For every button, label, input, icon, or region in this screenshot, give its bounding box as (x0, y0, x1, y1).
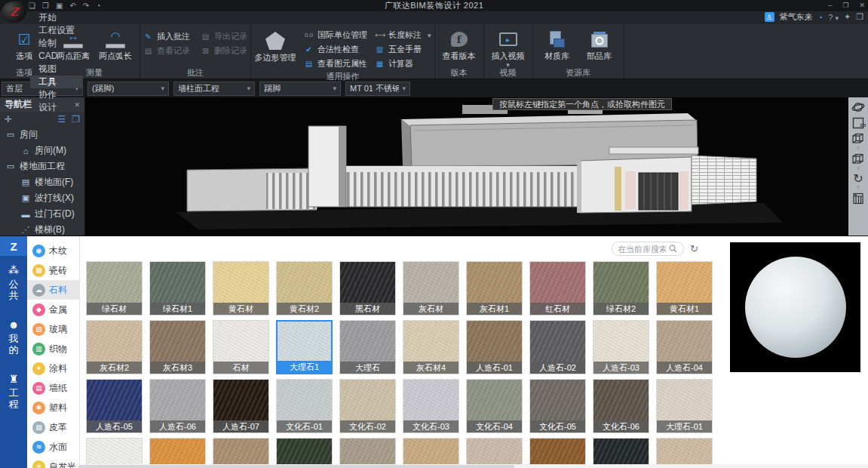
3d-viewport[interactable]: 按鼠标左键指定第一个角点，或拾取构件图元 (85, 97, 848, 236)
navigator-node[interactable]: ▭ 楼地面工程 (0, 159, 84, 174)
menu-tab[interactable]: 绘制 (30, 37, 83, 50)
menu-tab[interactable]: 协作 (30, 88, 83, 101)
user-name[interactable]: 紫气东来 (780, 11, 813, 23)
material-swatch[interactable] (529, 438, 586, 468)
category-item[interactable]: ◉ 木纹 (27, 241, 79, 260)
library-search[interactable] (612, 242, 684, 256)
material-swatch[interactable]: 黄石材1 (656, 261, 713, 316)
material-library-button[interactable]: 材质库 (536, 26, 578, 62)
new-file-icon[interactable]: ❏ (29, 0, 35, 11)
open-file-icon[interactable]: ❒ (42, 0, 49, 11)
minimize-button[interactable]: – (828, 0, 832, 11)
material-swatch[interactable] (466, 438, 523, 468)
menu-tab[interactable]: 工程设置 (30, 24, 83, 37)
sync-icon[interactable]: ◔ (96, 0, 100, 11)
material-swatch[interactable]: 灰石材2 (86, 320, 143, 374)
material-swatch[interactable]: 灰石材 (403, 261, 459, 316)
material-swatch[interactable] (86, 438, 143, 468)
category-item[interactable]: ▥ 织物 (27, 339, 79, 359)
restore-button[interactable]: ❐ (842, 0, 848, 11)
element-select[interactable]: 踢脚▾ (259, 82, 341, 96)
navigator-node[interactable]: ▣ 波打线(X) (0, 190, 84, 206)
material-swatch[interactable]: 人造石-07 (213, 379, 269, 433)
material-swatch[interactable]: 灰石材1 (466, 261, 523, 316)
category-item[interactable]: ✱ 塑料 (27, 398, 79, 417)
material-swatch[interactable]: 人造石-06 (149, 379, 206, 433)
delete-record-button[interactable]: ⊠ 删除记录 (201, 44, 247, 58)
material-swatch[interactable]: 黑石材 (339, 261, 396, 316)
2d-view-button[interactable]: 2D (850, 116, 866, 130)
material-swatch[interactable] (213, 438, 269, 468)
material-swatch[interactable] (276, 438, 333, 468)
3d-view-button[interactable]: ▾ (850, 132, 866, 150)
material-swatch[interactable]: 人造石-03 (593, 320, 649, 374)
polygon-manage-button[interactable]: 多边形管理 (254, 28, 296, 71)
material-swatch[interactable] (339, 438, 396, 468)
view-record-button[interactable]: ▤ 查看记录 (143, 44, 190, 58)
category-item[interactable]: ◆ 金属 (27, 300, 79, 319)
menu-tab[interactable]: 视图 (30, 63, 83, 75)
material-swatch[interactable]: 灰石材4 (403, 320, 459, 374)
material-swatch[interactable]: 人造石-01 (466, 320, 523, 374)
insert-annotation-button[interactable]: ✎ 插入批注 (143, 29, 190, 44)
material-swatch[interactable]: 大理石-01 (656, 379, 713, 433)
unit-manage-button[interactable]: 0.0 国际单位管理 (304, 28, 367, 42)
calculator-button[interactable]: ▦ 计算器 (375, 57, 431, 71)
message-icon[interactable]: ◔ (818, 13, 824, 22)
navigator-node[interactable]: ▬ 过门石(D) (0, 206, 84, 222)
navigator-node[interactable]: ▭ 房间 (0, 127, 84, 143)
material-swatch[interactable] (403, 438, 459, 468)
hardware-handbook-button[interactable]: ▥ 五金手册 (375, 42, 431, 57)
material-select[interactable]: MT 01 不锈钢踢▾ (345, 82, 410, 96)
redo-icon[interactable]: ↷ (83, 0, 89, 11)
close-button[interactable]: ✕ (859, 0, 865, 11)
material-swatch[interactable] (149, 438, 206, 468)
legality-check-button[interactable]: ✔ 合法性检查 (304, 42, 367, 57)
refresh-icon[interactable]: ↻ (690, 243, 698, 254)
navigator-node[interactable]: ⌂ 房间(M) (0, 143, 84, 159)
category-item[interactable]: ▧ 皮革 (27, 417, 79, 437)
popout-icon[interactable]: ❐ (856, 12, 863, 22)
material-swatch[interactable]: 灰石材3 (149, 320, 206, 374)
material-swatch[interactable]: 大理石 (339, 320, 396, 374)
two-point-arc-button[interactable]: ◠ 两点弧长 (94, 26, 136, 62)
rotate-view-button[interactable]: ↻ ▾ (850, 173, 866, 189)
help-icon[interactable]: ? (828, 13, 839, 22)
category-item[interactable]: ☀ 自发光 (27, 457, 79, 468)
workspace-tab[interactable]: ☻ 我的 (0, 310, 27, 365)
3d-section-view-button[interactable]: ▾ (850, 152, 866, 171)
undo-icon[interactable]: ↶ (69, 0, 75, 11)
menu-tab[interactable]: 设计 (30, 101, 83, 114)
workspace-tab[interactable]: ⁂ 公共 (0, 256, 27, 310)
work-type-select[interactable]: 墙柱面工程▾ (173, 82, 255, 96)
material-swatch[interactable]: 绿石材2 (593, 261, 649, 316)
export-record-button[interactable]: ▤ 导出记录 (201, 29, 247, 44)
category-item[interactable]: ▦ 瓷砖 (27, 260, 79, 280)
material-swatch[interactable] (656, 438, 713, 468)
material-swatch[interactable]: 石材 (213, 320, 269, 374)
material-swatch[interactable]: 人造石-02 (529, 320, 586, 374)
workspace-tab[interactable]: ♜ 工程 (0, 365, 27, 419)
view-element-properties-button[interactable]: ▤ 查看图元属性 (304, 57, 367, 71)
material-swatch[interactable]: 文化石-03 (403, 379, 459, 433)
part-library-button[interactable]: 部品库 (578, 26, 621, 62)
material-swatch[interactable]: 文化石-06 (593, 379, 649, 433)
search-input[interactable] (618, 245, 666, 254)
component-select[interactable]: (踢脚)▾ (87, 82, 169, 96)
category-item[interactable]: ✦ 涂料 (27, 359, 79, 378)
material-swatch[interactable]: 人造石-04 (656, 320, 713, 374)
material-swatch[interactable]: 文化石-05 (529, 379, 586, 433)
navigator-node[interactable]: ▤ 楼地面(F) (0, 174, 84, 190)
material-swatch[interactable]: 黄石材2 (276, 261, 333, 316)
menu-tab[interactable]: 工具 (30, 75, 83, 88)
view-version-button[interactable]: f 查看版本 (438, 26, 480, 62)
length-dimension-button[interactable]: ⟷ 长度标注 (375, 28, 431, 42)
material-swatch[interactable]: 黄石材 (213, 261, 269, 316)
material-swatch[interactable]: 红石材 (529, 261, 586, 316)
theme-icon[interactable]: ✦ (844, 12, 851, 22)
menu-tab[interactable]: 开始 (30, 11, 83, 24)
material-preview[interactable] (730, 242, 860, 372)
category-item[interactable]: ▤ 墙纸 (27, 378, 79, 398)
navigator-panel-view-icon[interactable]: ❐ (72, 114, 80, 125)
material-swatch[interactable] (593, 438, 649, 468)
